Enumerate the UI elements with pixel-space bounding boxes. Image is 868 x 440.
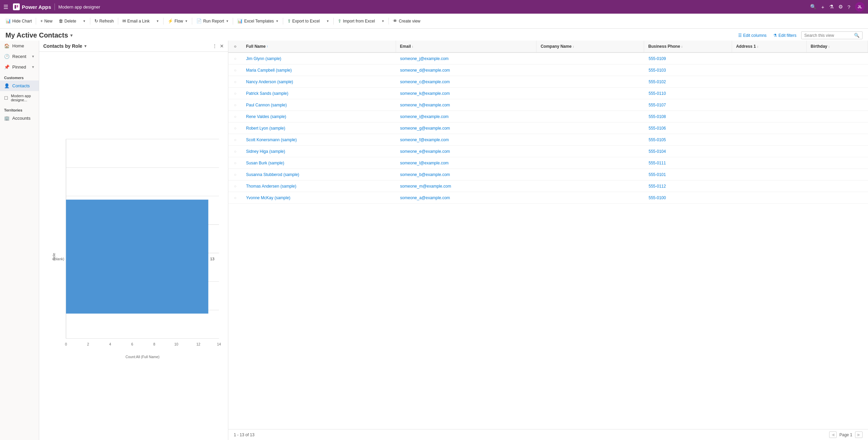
chart-close-icon[interactable]: ✕ — [220, 43, 224, 49]
phone-link-2[interactable]: 555-0102 — [649, 79, 666, 84]
sidebar-item-modern-app-designer[interactable]: ☐ Modern app designe... — [0, 91, 39, 105]
bar-blank[interactable] — [66, 200, 209, 313]
settings-icon[interactable]: ⚙ — [838, 4, 843, 10]
row-checkbox-5[interactable]: ○ — [228, 111, 242, 122]
fullname-link-6[interactable]: Robert Lyon (sample) — [246, 126, 285, 131]
phone-link-3[interactable]: 555-0110 — [649, 91, 666, 96]
export-to-excel-button[interactable]: ⇪ Export to Excel — [285, 17, 323, 25]
create-view-button[interactable]: 👁 Create view — [390, 17, 423, 25]
phone-link-7[interactable]: 555-0105 — [649, 137, 666, 142]
hide-chart-button[interactable]: 📊 Hide Chart — [3, 17, 34, 25]
sidebar-item-home[interactable]: 🏠 Home — [0, 41, 39, 51]
email-link-9[interactable]: someone_l@example.com — [400, 161, 448, 165]
fullname-link-5[interactable]: Rene Valdes (sample) — [246, 114, 286, 119]
table-row[interactable]: ○ Thomas Andersen (sample) someone_m@exa… — [228, 180, 868, 192]
fullname-link-8[interactable]: Sidney Higa (sample) — [246, 149, 285, 154]
row-checkbox-12[interactable]: ○ — [228, 192, 242, 203]
table-row[interactable]: ○ Scott Konersmann (sample) someone_f@ex… — [228, 134, 868, 146]
chart-title-chevron-icon[interactable]: ▼ — [83, 44, 87, 48]
phone-link-6[interactable]: 555-0106 — [649, 126, 666, 131]
email-link-8[interactable]: someone_e@example.com — [400, 149, 450, 154]
fullname-link-4[interactable]: Paul Cannon (sample) — [246, 103, 287, 107]
excel-templates-button[interactable]: 📊 Excel Templates ▼ — [234, 17, 281, 25]
col-company-header[interactable]: Company Name ↓ — [536, 41, 644, 52]
table-row[interactable]: ○ Patrick Sands (sample) someone_k@examp… — [228, 88, 868, 99]
search-submit-icon[interactable]: 🔍 — [854, 33, 859, 38]
row-checkbox-9[interactable]: ○ — [228, 157, 242, 168]
email-link-12[interactable]: someone_a@example.com — [400, 195, 450, 200]
email-link-2[interactable]: someone_c@example.com — [400, 79, 450, 84]
email-link-6[interactable]: someone_g@example.com — [400, 126, 450, 131]
sidebar-item-pinned[interactable]: 📌 Pinned ▼ — [0, 62, 39, 72]
table-row[interactable]: ○ Paul Cannon (sample) someone_h@example… — [228, 99, 868, 111]
phone-link-10[interactable]: 555-0101 — [649, 172, 666, 177]
import-from-excel-button[interactable]: ⇧ Import from Excel — [335, 17, 378, 25]
refresh-button[interactable]: ↻ Refresh — [92, 17, 117, 25]
phone-link-11[interactable]: 555-0112 — [649, 184, 666, 189]
table-row[interactable]: ○ Jim Glynn (sample) someone_j@example.c… — [228, 53, 868, 64]
table-row[interactable]: ○ Susanna Stubberod (sample) someone_b@e… — [228, 169, 868, 180]
phone-link-9[interactable]: 555-0111 — [649, 161, 666, 165]
row-checkbox-4[interactable]: ○ — [228, 99, 242, 111]
import-dropdown-button[interactable]: ▼ — [378, 18, 387, 24]
sidebar-item-recent[interactable]: 🕐 Recent ▼ — [0, 51, 39, 62]
email-link-10[interactable]: someone_b@example.com — [400, 172, 450, 177]
delete-dropdown-button[interactable]: ▼ — [80, 18, 89, 24]
row-checkbox-3[interactable]: ○ — [228, 88, 242, 99]
phone-link-4[interactable]: 555-0107 — [649, 103, 666, 107]
fullname-link-1[interactable]: Maria Campbell (sample) — [246, 68, 292, 73]
table-row[interactable]: ○ Maria Campbell (sample) someone_d@exam… — [228, 64, 868, 76]
fullname-link-9[interactable]: Susan Burk (sample) — [246, 161, 284, 165]
search-icon[interactable]: 🔍 — [810, 4, 817, 10]
col-address-header[interactable]: Address 1 ↓ — [732, 41, 807, 52]
email-link-7[interactable]: someone_f@example.com — [400, 137, 449, 142]
col-email-header[interactable]: Email ↓ — [396, 41, 537, 52]
phone-link-8[interactable]: 555-0104 — [649, 149, 666, 154]
new-button[interactable]: + New — [37, 17, 55, 25]
select-all-icon[interactable]: ○ — [234, 44, 236, 49]
table-row[interactable]: ○ Susan Burk (sample) someone_l@example.… — [228, 157, 868, 169]
table-row[interactable]: ○ Sidney Higa (sample) someone_e@example… — [228, 146, 868, 157]
email-a-link-button[interactable]: ✉ Email a Link — [120, 17, 152, 25]
email-dropdown-button[interactable]: ▼ — [153, 18, 162, 24]
phone-link-12[interactable]: 555-0100 — [649, 195, 666, 200]
email-link-4[interactable]: someone_h@example.com — [400, 103, 450, 107]
view-title[interactable]: My Active Contacts ▼ — [5, 31, 74, 39]
fullname-link-10[interactable]: Susanna Stubberod (sample) — [246, 172, 299, 177]
hamburger-menu-icon[interactable]: ☰ — [3, 4, 8, 10]
email-link-0[interactable]: someone_j@example.com — [400, 56, 448, 61]
fullname-link-11[interactable]: Thomas Andersen (sample) — [246, 184, 296, 189]
add-icon[interactable]: + — [821, 4, 824, 10]
next-page-button[interactable]: ▶ — [855, 431, 863, 438]
row-checkbox-10[interactable]: ○ — [228, 169, 242, 180]
table-row[interactable]: ○ Robert Lyon (sample) someone_g@example… — [228, 122, 868, 134]
phone-link-5[interactable]: 555-0108 — [649, 114, 666, 119]
fullname-link-3[interactable]: Patrick Sands (sample) — [246, 91, 288, 96]
chart-more-options-icon[interactable]: ⋮ — [212, 43, 217, 49]
row-checkbox-8[interactable]: ○ — [228, 146, 242, 157]
flow-button[interactable]: ⚡ Flow ▼ — [165, 17, 191, 25]
table-row[interactable]: ○ Rene Valdes (sample) someone_i@example… — [228, 111, 868, 122]
col-checkbox-header[interactable]: ○ — [228, 41, 242, 52]
col-phone-header[interactable]: Business Phone ↓ — [644, 41, 732, 52]
col-birthday-header[interactable]: Birthday ↓ — [807, 41, 868, 52]
row-checkbox-11[interactable]: ○ — [228, 180, 242, 192]
search-box[interactable]: 🔍 — [801, 31, 863, 39]
edit-filters-button[interactable]: ⚗ Edit filters — [771, 32, 798, 39]
table-row[interactable]: ○ Nancy Anderson (sample) someone_c@exam… — [228, 76, 868, 88]
run-report-button[interactable]: 📄 Run Report ▼ — [194, 17, 231, 25]
row-checkbox-0[interactable]: ○ — [228, 53, 242, 64]
email-link-5[interactable]: someone_i@example.com — [400, 114, 448, 119]
phone-link-0[interactable]: 555-0109 — [649, 56, 666, 61]
export-dropdown-button[interactable]: ▼ — [323, 18, 332, 24]
sidebar-item-contacts[interactable]: 👤 Contacts — [0, 80, 39, 91]
table-row[interactable]: ○ Yvonne McKay (sample) someone_a@exampl… — [228, 192, 868, 204]
help-icon[interactable]: ? — [848, 4, 850, 10]
edit-columns-button[interactable]: ☰ Edit columns — [736, 32, 769, 39]
email-link-11[interactable]: someone_m@example.com — [400, 184, 451, 189]
col-fullname-header[interactable]: Full Name ↑ — [242, 41, 396, 52]
row-checkbox-1[interactable]: ○ — [228, 64, 242, 76]
fullname-link-12[interactable]: Yvonne McKay (sample) — [246, 195, 290, 200]
row-checkbox-6[interactable]: ○ — [228, 122, 242, 134]
prev-page-button[interactable]: ◀ — [829, 431, 837, 438]
